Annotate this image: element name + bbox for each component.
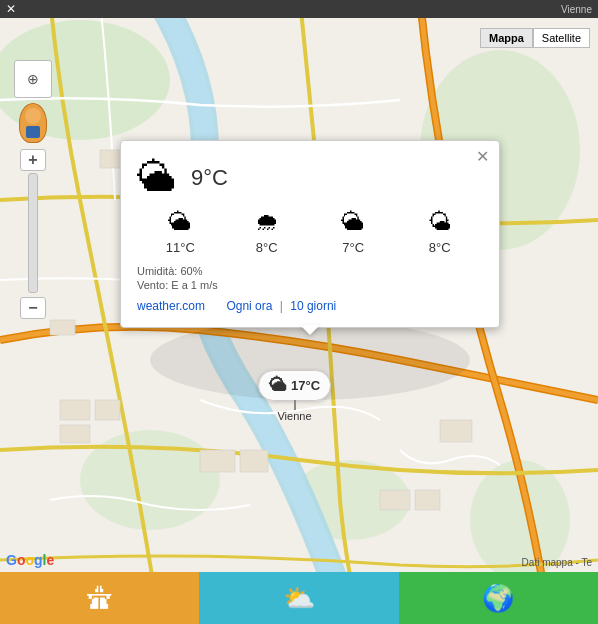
day-2-temp: 8°C (256, 240, 278, 255)
marker-pin (294, 400, 296, 410)
weather-day-4: 🌤 8°C (410, 208, 470, 255)
pan-control[interactable]: ⊕ (14, 60, 52, 98)
close-button[interactable]: ✕ (6, 3, 16, 15)
zoom-controls: ⊕ + − (14, 60, 52, 321)
svg-rect-6 (60, 400, 90, 420)
svg-rect-15 (50, 320, 75, 335)
popup-close-button[interactable]: ✕ (476, 149, 489, 165)
zoom-track[interactable] (28, 173, 38, 293)
weather-button[interactable]: ⛅ (199, 572, 398, 624)
globe-button[interactable]: 🌍 (399, 572, 598, 624)
weather-details: Umidità: 60% Vento: E a 1 m/s (137, 265, 483, 291)
zoom-in-button[interactable]: + (20, 149, 46, 171)
map-data-attribution: Dati mappa - Te (522, 557, 592, 568)
map-type-mappa[interactable]: Mappa (480, 28, 533, 48)
day-4-temp: 8°C (429, 240, 451, 255)
day-3-temp: 7°C (342, 240, 364, 255)
weather-links: weather.com Ogni ora | 10 giorni (137, 299, 483, 313)
svg-rect-9 (200, 450, 235, 472)
weather-com-link[interactable]: weather.com (137, 299, 205, 313)
pipe-separator: | (280, 299, 286, 313)
map-type-satellite[interactable]: Satellite (533, 28, 590, 48)
day-4-icon: 🌤 (428, 208, 452, 236)
ogni-ora-link[interactable]: Ogni ora (226, 299, 272, 313)
weather-forecast-row: 🌥 11°C 🌧 8°C 🌥 7°C 🌤 8°C (137, 208, 483, 255)
svg-rect-11 (380, 490, 410, 510)
map-type-control: Mappa Satellite (480, 28, 590, 48)
google-logo: Google (6, 552, 54, 568)
svg-rect-12 (415, 490, 440, 510)
marker-temperature: 17°C (291, 378, 320, 393)
marker-bubble: 🌥 17°C (258, 370, 331, 401)
day-1-icon: 🌥 (168, 208, 192, 236)
svg-rect-10 (240, 450, 268, 472)
map-marker[interactable]: 🌥 17°C Vienne (258, 370, 331, 422)
titlebar: ✕ Vienne (0, 0, 598, 18)
svg-rect-7 (95, 400, 120, 420)
window-title: Vienne (561, 4, 592, 15)
wind-text: Vento: E a 1 m/s (137, 279, 483, 291)
svg-rect-8 (60, 425, 90, 443)
day-2-icon: 🌧 (255, 208, 279, 236)
weather-popup: ✕ 🌥 9°C 🌥 11°C 🌧 8°C 🌥 7°C 🌤 8°C Umidità… (120, 140, 500, 328)
globe-icon: 🌍 (482, 583, 514, 614)
zoom-out-button[interactable]: − (20, 297, 46, 319)
weather-day-1: 🌥 11°C (150, 208, 210, 255)
road-button[interactable]: 🛣 (0, 572, 199, 624)
weather-day-3: 🌥 7°C (323, 208, 383, 255)
weather-current-row: 🌥 9°C (137, 155, 483, 200)
marker-city-label: Vienne (277, 410, 311, 422)
current-temperature: 9°C (191, 165, 228, 191)
road-icon: 🛣 (87, 583, 113, 614)
current-weather-icon: 🌥 (137, 155, 177, 200)
day-1-temp: 11°C (166, 240, 195, 255)
svg-rect-13 (440, 420, 472, 442)
links-separator (212, 299, 222, 313)
pegman[interactable] (19, 103, 47, 143)
marker-weather-icon: 🌥 (269, 375, 287, 396)
map-data-link[interactable]: Dati mappa - Te (522, 557, 592, 568)
humidity-text: Umidità: 60% (137, 265, 483, 277)
day-3-icon: 🌥 (341, 208, 365, 236)
giorni-link[interactable]: 10 giorni (290, 299, 336, 313)
weather-icon: ⛅ (283, 583, 315, 614)
bottom-toolbar: 🛣 ⛅ 🌍 (0, 572, 598, 624)
weather-day-2: 🌧 8°C (237, 208, 297, 255)
